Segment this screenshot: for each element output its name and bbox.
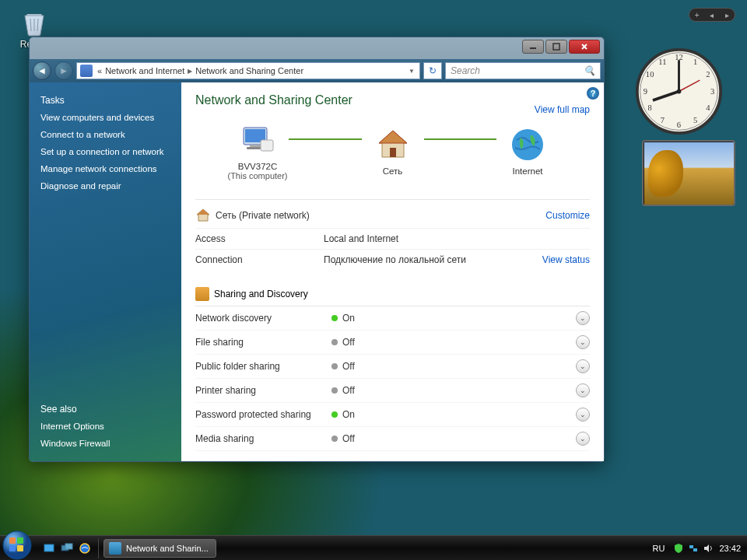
status-dot-icon — [331, 411, 338, 418]
connection-value: Подключение по локальной сети — [324, 254, 542, 265]
computer-node[interactable]: BVV372C (This computer) — [219, 121, 296, 180]
back-button[interactable]: ◄ — [33, 61, 51, 80]
svg-rect-37 — [693, 548, 697, 551]
sharing-value: Off — [342, 385, 355, 396]
show-desktop-button[interactable] — [40, 540, 58, 557]
sidebar-link[interactable]: Windows Firewall — [30, 435, 181, 452]
svg-rect-24 — [261, 140, 273, 151]
svg-rect-31 — [17, 545, 23, 551]
sharing-key: Network discovery — [195, 313, 331, 324]
svg-rect-22 — [250, 145, 261, 147]
tray-network-icon[interactable] — [687, 542, 700, 555]
sidebar-link[interactable]: View computers and devices — [30, 109, 181, 126]
slideshow-image — [644, 142, 734, 205]
main-panel: ? Network and Sharing Center View full m… — [181, 82, 604, 461]
titlebar[interactable] — [30, 37, 604, 59]
control-panel-icon — [80, 65, 93, 77]
maximize-button[interactable] — [545, 40, 567, 54]
search-input[interactable]: Search 🔍 — [445, 62, 601, 79]
svg-rect-34 — [65, 544, 72, 549]
sidebar-link[interactable]: Connect to a network — [30, 126, 181, 143]
help-icon[interactable]: ? — [587, 87, 599, 100]
svg-point-26 — [512, 129, 543, 160]
sharing-heading: Sharing and Discovery — [214, 289, 308, 299]
svg-point-17 — [677, 89, 682, 94]
chevron-right-icon[interactable]: ▶ — [186, 68, 194, 75]
connector — [289, 138, 362, 140]
svg-text:10: 10 — [646, 70, 654, 79]
breadcrumb-item[interactable]: Network and Internet — [103, 66, 186, 75]
chevron-down-icon[interactable]: ▼ — [407, 68, 416, 75]
network-node[interactable]: Сеть — [354, 126, 432, 176]
customize-link[interactable]: Customize — [545, 210, 590, 221]
svg-point-27 — [3, 531, 31, 559]
sharing-row: File sharingOff⌄ — [195, 331, 590, 355]
view-full-map-link[interactable]: View full map — [535, 104, 590, 115]
svg-text:2: 2 — [706, 70, 710, 79]
forward-button[interactable]: ► — [54, 61, 73, 80]
expand-button[interactable]: ⌄ — [576, 335, 590, 349]
tasks-heading: Tasks — [30, 92, 181, 109]
sharing-value: On — [342, 409, 355, 420]
language-indicator[interactable]: RU — [650, 542, 668, 555]
sharing-key: Public folder sharing — [195, 361, 331, 372]
switch-windows-button[interactable] — [58, 540, 75, 557]
gadget-prev-icon[interactable]: ◂ — [704, 11, 719, 19]
ie-button[interactable] — [76, 540, 93, 557]
access-value: Local and Internet — [324, 233, 590, 244]
sharing-value: On — [342, 313, 355, 324]
slideshow-gadget[interactable] — [642, 140, 735, 206]
minimize-button[interactable] — [522, 40, 544, 54]
expand-button[interactable]: ⌄ — [576, 383, 590, 397]
sidebar-link[interactable]: Diagnose and repair — [30, 177, 181, 194]
sharing-row: Public folder sharingOff⌄ — [195, 355, 590, 379]
internet-icon — [509, 126, 546, 163]
expand-button[interactable]: ⌄ — [576, 408, 590, 422]
internet-node[interactable]: Internet — [489, 126, 566, 176]
clock[interactable]: 23:42 — [719, 544, 741, 553]
status-dot-icon — [331, 339, 338, 345]
tray-security-icon[interactable] — [672, 542, 685, 555]
svg-text:8: 8 — [647, 103, 651, 112]
gadget-controls[interactable]: + ◂ ▸ — [689, 8, 735, 22]
clock-gadget[interactable]: 1212 345 678 91011 — [634, 47, 724, 136]
expand-button[interactable]: ⌄ — [576, 311, 590, 325]
svg-rect-30 — [9, 545, 16, 551]
expand-button[interactable]: ⌄ — [576, 359, 590, 373]
address-bar[interactable]: « Network and Internet ▶ Network and Sha… — [76, 62, 420, 79]
see-also-heading: See also — [30, 401, 181, 418]
breadcrumb-item[interactable]: Network and Sharing Center — [194, 66, 305, 75]
svg-point-35 — [80, 544, 89, 553]
status-dot-icon — [331, 436, 338, 442]
sharing-key: Media sharing — [195, 433, 331, 444]
connection-label: Connection — [195, 254, 324, 265]
start-button[interactable] — [2, 530, 33, 561]
sidebar-link[interactable]: Internet Options — [30, 418, 181, 435]
sharing-row: Printer sharingOff⌄ — [195, 379, 590, 403]
network-icon — [374, 126, 412, 163]
network-map: BVV372C (This computer) Сеть — [195, 121, 590, 180]
search-placeholder: Search — [451, 65, 480, 76]
sharing-row: Media sharingOff⌄ — [195, 427, 590, 451]
refresh-button[interactable]: ↻ — [423, 62, 442, 79]
computer-icon — [239, 121, 276, 159]
expand-button[interactable]: ⌄ — [576, 432, 590, 446]
status-dot-icon — [331, 315, 338, 321]
tray-volume-icon[interactable] — [702, 542, 714, 555]
svg-text:3: 3 — [710, 87, 714, 96]
svg-text:1: 1 — [693, 58, 697, 66]
sidebar-link[interactable]: Manage network connections — [30, 160, 181, 177]
connector — [424, 138, 497, 140]
taskbar-item[interactable]: Network and Sharin... — [103, 539, 216, 558]
view-status-link[interactable]: View status — [542, 254, 590, 265]
gadget-add-icon[interactable]: + — [689, 11, 704, 19]
gadget-next-icon[interactable]: ▸ — [720, 11, 735, 19]
explorer-window: ◄ ► « Network and Internet ▶ Network and… — [29, 37, 605, 462]
svg-text:11: 11 — [658, 58, 666, 66]
sharing-value: Off — [342, 361, 355, 372]
close-button[interactable] — [569, 40, 600, 54]
svg-text:4: 4 — [706, 103, 710, 112]
search-icon[interactable]: 🔍 — [584, 65, 595, 76]
svg-rect-29 — [17, 537, 23, 544]
sidebar-link[interactable]: Set up a connection or network — [30, 143, 181, 160]
